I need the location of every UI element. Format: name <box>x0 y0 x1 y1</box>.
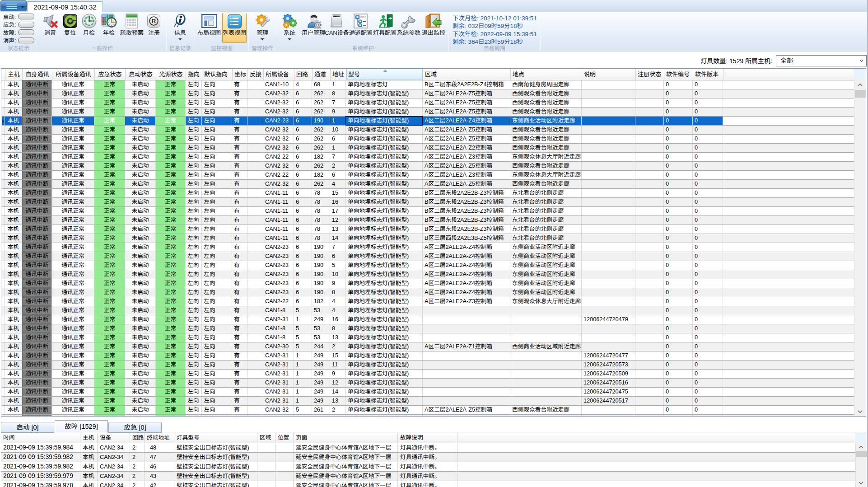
svg-text:R: R <box>152 18 156 24</box>
